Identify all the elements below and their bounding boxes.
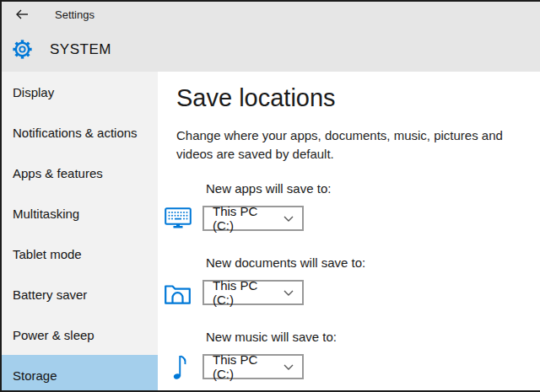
chevron-down-icon	[284, 216, 294, 222]
music-save-dropdown-value: This PC (C:)	[213, 352, 278, 381]
documents-save-label: New documents will save to:	[202, 255, 540, 271]
apps-save-dropdown[interactable]: This PC (C:)	[202, 206, 304, 231]
save-location-music-section: New music will save to: This PC (C:)	[165, 329, 540, 380]
main-content: Save locations Change where your apps, d…	[158, 72, 540, 390]
music-save-label: New music will save to:	[202, 329, 540, 346]
sidebar-item-battery-saver[interactable]: Battery saver	[2, 274, 158, 314]
sidebar-item-notifications[interactable]: Notifications & actions	[2, 112, 158, 153]
chevron-down-icon	[284, 290, 294, 296]
page-category-title: SYSTEM	[50, 41, 111, 58]
sidebar-item-display[interactable]: Display	[2, 72, 158, 112]
back-button[interactable]	[15, 8, 30, 20]
save-location-documents-section: New documents will save to: This PC (C:)	[165, 255, 540, 305]
page-description: Change where your apps, documents, music…	[176, 126, 540, 164]
music-note-icon	[173, 354, 188, 380]
apps-monitor-icon	[165, 207, 192, 229]
sidebar-item-power-sleep[interactable]: Power & sleep	[2, 314, 158, 355]
chevron-down-icon	[284, 364, 294, 370]
sidebar-item-tablet-mode[interactable]: Tablet mode	[2, 234, 158, 274]
apps-save-label: New apps will save to:	[202, 180, 540, 197]
documents-save-dropdown[interactable]: This PC (C:)	[202, 280, 304, 305]
page-title: Save locations	[176, 83, 540, 113]
app-header: SYSTEM	[2, 27, 540, 72]
save-location-apps-section: New apps will save to:	[165, 180, 540, 231]
music-save-dropdown[interactable]: This PC (C:)	[202, 354, 304, 379]
gear-icon	[13, 40, 32, 59]
window-title: Settings	[55, 8, 94, 21]
documents-folder-icon	[165, 282, 191, 304]
sidebar-item-apps-features[interactable]: Apps & features	[2, 153, 158, 193]
settings-window: Settings SYSTEM	[0, 0, 540, 392]
sidebar-item-storage[interactable]: Storage	[2, 355, 158, 392]
title-bar: Settings	[2, 2, 540, 27]
back-arrow-icon	[15, 9, 29, 19]
sidebar-item-multitasking[interactable]: Multitasking	[2, 193, 158, 234]
apps-save-dropdown-value: This PC (C:)	[213, 204, 278, 233]
documents-save-dropdown-value: This PC (C:)	[213, 278, 278, 307]
sidebar: Display Notifications & actions Apps & f…	[2, 72, 158, 390]
